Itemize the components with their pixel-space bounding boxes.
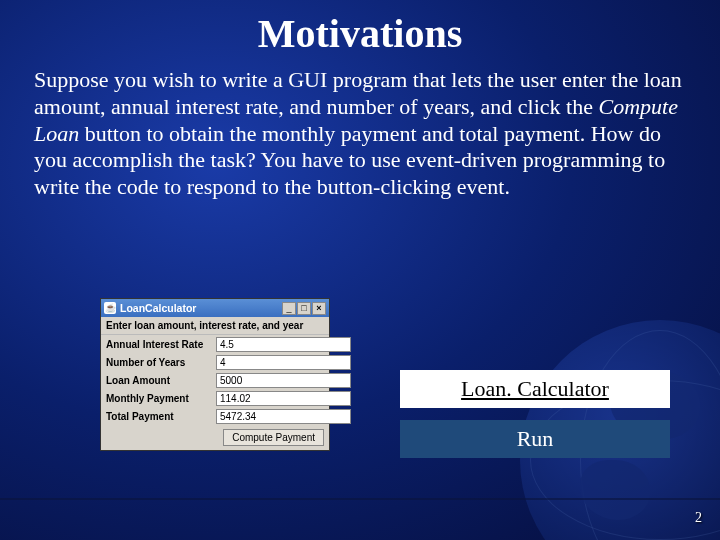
body-part1: Suppose you wish to write a GUI program … <box>34 67 682 119</box>
row-monthly-payment: Monthly Payment <box>101 389 329 407</box>
row-interest-rate: Annual Interest Rate <box>101 335 329 353</box>
page-number: 2 <box>695 510 702 526</box>
label-loan-amount: Loan Amount <box>106 375 216 386</box>
input-loan-amount[interactable] <box>216 373 351 388</box>
compute-payment-button[interactable]: Compute Payment <box>223 429 324 446</box>
row-total-payment: Total Payment <box>101 407 329 425</box>
row-loan-amount: Loan Amount <box>101 371 329 389</box>
slide-body: Suppose you wish to write a GUI program … <box>0 57 720 201</box>
row-years: Number of Years <box>101 353 329 371</box>
label-interest-rate: Annual Interest Rate <box>106 339 216 350</box>
input-years[interactable] <box>216 355 351 370</box>
instruction-label: Enter loan amount, interest rate, and ye… <box>101 317 329 335</box>
body-part2: button to obtain the monthly payment and… <box>34 121 665 200</box>
button-row: Compute Payment <box>101 425 329 450</box>
java-icon: ☕ <box>104 302 116 314</box>
input-interest-rate[interactable] <box>216 337 351 352</box>
label-years: Number of Years <box>106 357 216 368</box>
loan-calculator-window: ☕ LoanCalculator _ □ × Enter loan amount… <box>100 298 330 451</box>
window-controls: _ □ × <box>282 302 326 315</box>
slide-title: Motivations <box>0 0 720 57</box>
input-monthly-payment[interactable] <box>216 391 351 406</box>
footer-divider <box>0 498 720 500</box>
label-total-payment: Total Payment <box>106 411 216 422</box>
input-total-payment[interactable] <box>216 409 351 424</box>
loan-calculator-link[interactable]: Loan. Calculator <box>400 370 670 408</box>
close-button[interactable]: × <box>312 302 326 315</box>
run-link[interactable]: Run <box>400 420 670 458</box>
window-title: LoanCalculator <box>120 302 282 314</box>
minimize-button[interactable]: _ <box>282 302 296 315</box>
maximize-button[interactable]: □ <box>297 302 311 315</box>
label-monthly-payment: Monthly Payment <box>106 393 216 404</box>
titlebar: ☕ LoanCalculator _ □ × <box>101 299 329 317</box>
